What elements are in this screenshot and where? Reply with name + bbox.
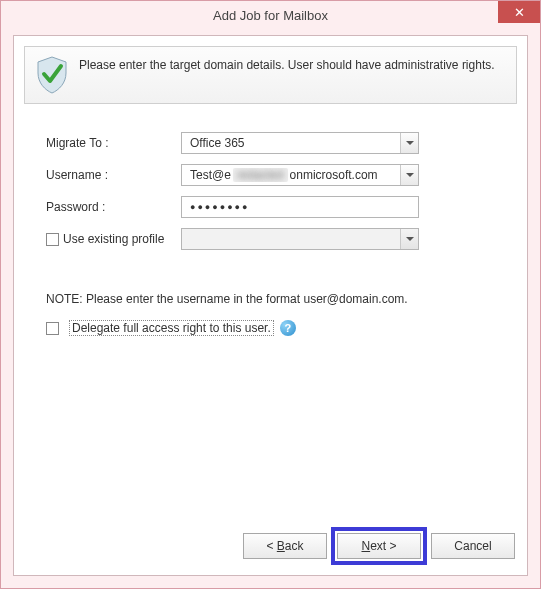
delegate-label: Delegate full access right to this user. bbox=[69, 320, 274, 336]
row-password: Password : ●●●●●●●● bbox=[46, 196, 507, 218]
help-icon[interactable]: ? bbox=[280, 320, 296, 336]
row-delegate: Delegate full access right to this user.… bbox=[46, 320, 507, 336]
delegate-checkbox[interactable] bbox=[46, 322, 59, 335]
chevron-down-icon[interactable] bbox=[400, 229, 418, 249]
shield-icon bbox=[35, 55, 69, 95]
label-password: Password : bbox=[46, 200, 181, 214]
row-migrate-to: Migrate To : Office 365 bbox=[46, 132, 507, 154]
cancel-button[interactable]: Cancel bbox=[431, 533, 515, 559]
chevron-down-icon[interactable] bbox=[400, 165, 418, 185]
password-input[interactable]: ●●●●●●●● bbox=[181, 196, 419, 218]
username-combo[interactable]: Test@eredactedonmicrosoft.com bbox=[181, 164, 419, 186]
dialog-window: Add Job for Mailbox ✕ Please enter the t… bbox=[0, 0, 541, 589]
button-bar: < Back Next > Cancel bbox=[243, 527, 515, 565]
migrate-to-value: Office 365 bbox=[186, 136, 414, 150]
back-button[interactable]: < Back bbox=[243, 533, 327, 559]
note-text: NOTE: Please enter the username in the f… bbox=[46, 292, 507, 306]
row-existing-profile: Use existing profile bbox=[46, 228, 419, 250]
label-username: Username : bbox=[46, 168, 181, 182]
form-area: Migrate To : Office 365 Username : Test@… bbox=[14, 104, 527, 336]
close-icon: ✕ bbox=[514, 5, 525, 20]
window-title: Add Job for Mailbox bbox=[213, 8, 328, 23]
info-banner: Please enter the target domain details. … bbox=[24, 46, 517, 104]
next-button-highlight: Next > bbox=[331, 527, 427, 565]
next-button[interactable]: Next > bbox=[337, 533, 421, 559]
migrate-to-combo[interactable]: Office 365 bbox=[181, 132, 419, 154]
content-panel: Please enter the target domain details. … bbox=[13, 35, 528, 576]
row-username: Username : Test@eredactedonmicrosoft.com bbox=[46, 164, 507, 186]
password-mask: ●●●●●●●● bbox=[186, 202, 414, 212]
close-button[interactable]: ✕ bbox=[498, 1, 540, 23]
info-text: Please enter the target domain details. … bbox=[79, 55, 495, 74]
titlebar: Add Job for Mailbox ✕ bbox=[1, 1, 540, 29]
use-existing-profile-text: Use existing profile bbox=[63, 232, 164, 246]
use-existing-profile-checkbox[interactable] bbox=[46, 233, 59, 246]
existing-profile-combo[interactable] bbox=[181, 228, 419, 250]
label-migrate-to: Migrate To : bbox=[46, 136, 181, 150]
username-value: Test@eredactedonmicrosoft.com bbox=[186, 168, 414, 182]
chevron-down-icon[interactable] bbox=[400, 133, 418, 153]
label-use-existing-profile: Use existing profile bbox=[46, 232, 164, 246]
